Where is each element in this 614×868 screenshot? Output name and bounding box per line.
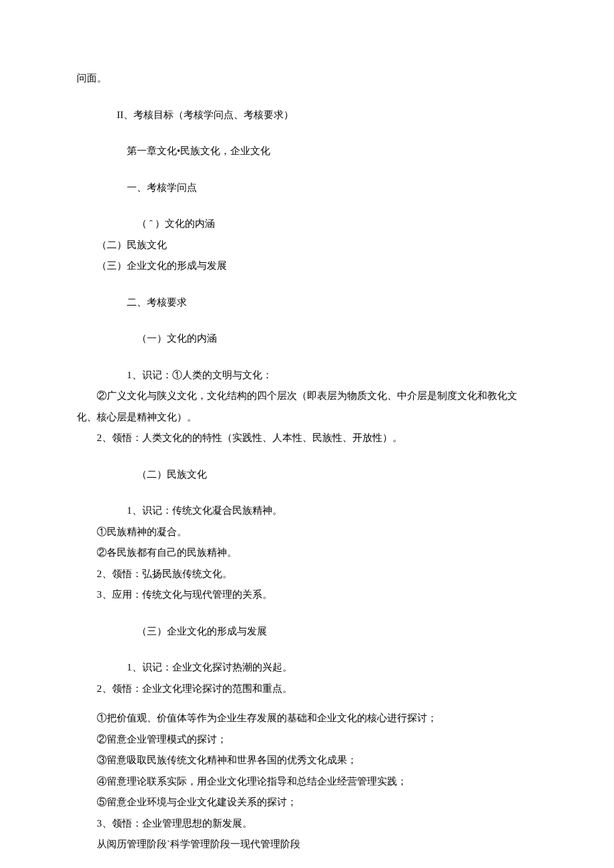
list-item: ④留意理论联系实际，用企业文化理论指导和总结企业经营管理实践；	[77, 772, 537, 791]
list-item: ②各民族都有自己的民族精神。	[77, 543, 537, 562]
text-line: 从阅历管理阶段`科学管理阶段一现代管理阶段	[77, 835, 537, 854]
numbered-item: 2、领悟：企业文化理论探讨的范围和重点。	[77, 679, 537, 699]
numbered-item: 1、识记：①人类的文明与文化：	[77, 366, 537, 385]
sub-sub-heading: （二）民族文化	[77, 465, 537, 484]
sub-heading: 二、考核要求	[77, 293, 537, 312]
list-item: ⑤留意企业环境与企业文化建设关系的探讨；	[77, 793, 537, 812]
list-item: ②留意企业管理模式的探讨；	[77, 730, 537, 749]
list-item: （二）民族文化	[77, 236, 537, 255]
list-item: ③留意吸取民族传统文化精神和世界各国的优秀文化成果；	[77, 751, 537, 770]
sub-heading: 一、考核学问点	[77, 178, 537, 197]
list-item: ①把价值观、价值体等作为企业生存发展的基础和企业文化的核心进行探讨；	[77, 709, 537, 728]
numbered-item: 3、领悟：企业管理思想的新发展。	[77, 814, 537, 833]
numbered-item: 3、应用：传统文化与现代管理的关系。	[77, 585, 537, 604]
document-page: 问面。 II、考核目标（考核学问点、考核要求） 第一章文化•民族文化，企业文化 …	[0, 0, 614, 868]
numbered-item: 1、识记：企业文化探讨热潮的兴起。	[77, 658, 537, 677]
numbered-item: 1、识记：传统文化凝合民族精神。	[77, 501, 537, 520]
sub-sub-heading: （一）文化的内涵	[77, 329, 537, 348]
chapter-title: 第一章文化•民族文化，企业文化	[77, 141, 537, 161]
text-line: 化、核心层是精神文化）。	[77, 408, 537, 427]
sub-sub-heading: （三）企业文化的形成与发展	[77, 622, 537, 641]
list-item: （三）企业文化的形成与发展	[77, 256, 537, 276]
text-line: 问面。	[77, 69, 537, 88]
numbered-item: 2、领悟：人类文化的的特性（实践性、人本性、民族性、开放性）。	[77, 428, 537, 448]
text-line: ②广义文化与陕义文化，文化结构的四个层次（即表层为物质文化、中介层是制度文化和教…	[77, 386, 537, 406]
section-heading: II、考核目标（考核学问点、考核要求）	[77, 105, 537, 125]
numbered-item: 2、领悟：弘扬民族传统文化。	[77, 564, 537, 584]
list-item: ①民族精神的凝合。	[77, 522, 537, 542]
list-item: （ ˆ ）文化的内涵	[77, 214, 537, 234]
